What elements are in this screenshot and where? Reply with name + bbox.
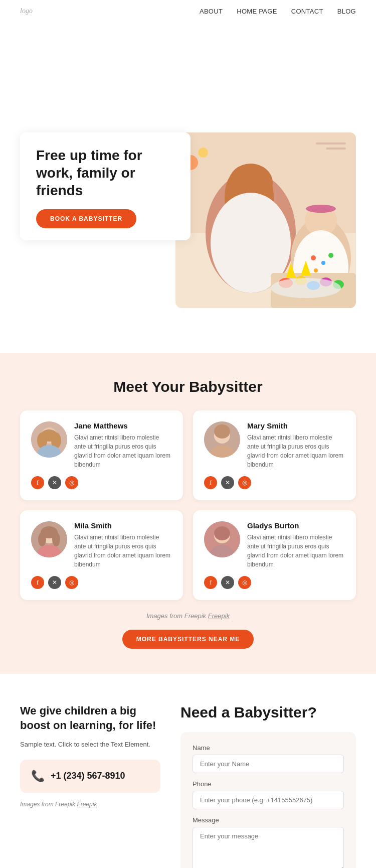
phone-input[interactable] bbox=[193, 791, 344, 809]
babysitter-card-2: Mary Smith Glavi amet ritnisl libero mol… bbox=[193, 410, 356, 500]
contact-section: We give children a big boost on learning… bbox=[0, 674, 376, 868]
phone-card: 📞 +1 (234) 567-8910 bbox=[20, 760, 160, 793]
card-top-2: Mary Smith Glavi amet ritnisl libero mol… bbox=[204, 421, 345, 469]
svg-rect-6 bbox=[326, 148, 346, 150]
babysitter-desc-3: Glavi amet ritnisl libero molestie ante … bbox=[74, 533, 172, 569]
babysitter-name-2: Mary Smith bbox=[247, 421, 345, 430]
babysitter-card-4: Gladys Burton Glavi amet ritnisl libero … bbox=[193, 510, 356, 600]
nav-blog[interactable]: BLOG bbox=[337, 8, 356, 15]
social-icons-1: f ✕ ◎ bbox=[31, 476, 172, 489]
navigation: logo ABOUT HOME PAGE CONTACT BLOG bbox=[0, 0, 376, 22]
nav-homepage[interactable]: HOME PAGE bbox=[237, 8, 277, 15]
babysitter-card-1: Jane Matthews Glavi amet ritnisl libero … bbox=[20, 410, 183, 500]
freepik-link-meet[interactable]: Freepik bbox=[208, 612, 230, 620]
phone-label: Phone bbox=[193, 780, 344, 788]
card-top-3: Mila Smith Glavi amet ritnisl libero mol… bbox=[31, 521, 172, 569]
contact-form-card: Name Phone Message REQUEST FOR CALL bbox=[180, 732, 356, 868]
twitter-icon-1[interactable]: ✕ bbox=[48, 476, 61, 489]
facebook-icon-4[interactable]: f bbox=[204, 576, 217, 589]
form-group-message: Message bbox=[193, 816, 344, 868]
nav-links: ABOUT HOME PAGE CONTACT BLOG bbox=[200, 8, 356, 15]
svg-point-19 bbox=[328, 253, 333, 258]
card-info-1: Jane Matthews Glavi amet ritnisl libero … bbox=[74, 421, 172, 469]
social-icons-4: f ✕ ◎ bbox=[204, 576, 345, 589]
babysitter-name-4: Gladys Burton bbox=[247, 521, 345, 530]
phone-icon: 📞 bbox=[31, 770, 45, 783]
babysitter-name-1: Jane Matthews bbox=[74, 421, 172, 430]
freepik-link-contact[interactable]: Freepik bbox=[77, 801, 97, 808]
contact-left-text: Sample text. Click to select the Text El… bbox=[20, 740, 160, 750]
svg-rect-5 bbox=[316, 142, 346, 144]
babysitters-grid: Jane Matthews Glavi amet ritnisl libero … bbox=[20, 410, 356, 600]
facebook-icon-2[interactable]: f bbox=[204, 476, 217, 489]
instagram-icon-2[interactable]: ◎ bbox=[238, 476, 251, 489]
svg-point-29 bbox=[271, 278, 341, 298]
svg-point-18 bbox=[321, 261, 325, 265]
name-input[interactable] bbox=[193, 755, 344, 773]
logo: logo bbox=[20, 7, 33, 15]
phone-number: +1 (234) 567-8910 bbox=[51, 771, 125, 781]
nav-contact[interactable]: CONTACT bbox=[291, 8, 323, 15]
avatar-2 bbox=[204, 421, 240, 458]
card-top-4: Gladys Burton Glavi amet ritnisl libero … bbox=[204, 521, 345, 569]
contact-left-title: We give children a big boost on learning… bbox=[20, 704, 160, 733]
freepik-note-meet: Images from Freepik Freepik bbox=[20, 612, 356, 620]
contact-freepik-note: Images from Freepik Freepik bbox=[20, 801, 160, 808]
name-label: Name bbox=[193, 744, 344, 752]
card-info-3: Mila Smith Glavi amet ritnisl libero mol… bbox=[74, 521, 172, 569]
form-group-phone: Phone bbox=[193, 780, 344, 809]
twitter-icon-4[interactable]: ✕ bbox=[221, 576, 234, 589]
instagram-icon-4[interactable]: ◎ bbox=[238, 576, 251, 589]
facebook-icon-3[interactable]: f bbox=[31, 576, 44, 589]
more-babysitters-button[interactable]: MORE BABYSITTERS NEAR ME bbox=[122, 630, 254, 649]
svg-point-15 bbox=[306, 205, 336, 213]
svg-point-17 bbox=[311, 255, 316, 260]
instagram-icon-1[interactable]: ◎ bbox=[65, 476, 78, 489]
hero-title: Free up time for work, family or friends bbox=[36, 147, 174, 199]
twitter-icon-2[interactable]: ✕ bbox=[221, 476, 234, 489]
nav-about[interactable]: ABOUT bbox=[200, 8, 223, 15]
babysitter-desc-1: Glavi amet ritnisl libero molestie ante … bbox=[74, 433, 172, 469]
svg-point-20 bbox=[314, 268, 318, 272]
social-icons-2: f ✕ ◎ bbox=[204, 476, 345, 489]
facebook-icon-1[interactable]: f bbox=[31, 476, 44, 489]
card-info-2: Mary Smith Glavi amet ritnisl libero mol… bbox=[247, 421, 345, 469]
contact-right-title: Need a Babysitter? bbox=[180, 704, 356, 721]
contact-left: We give children a big boost on learning… bbox=[20, 704, 160, 868]
book-babysitter-button[interactable]: BOOK A BABYSITTER bbox=[36, 209, 136, 228]
avatar-4 bbox=[204, 521, 240, 557]
babysitter-name-3: Mila Smith bbox=[74, 521, 172, 530]
twitter-icon-3[interactable]: ✕ bbox=[48, 576, 61, 589]
babysitter-desc-2: Glavi amet ritnisl libero molestie ante … bbox=[247, 433, 345, 469]
svg-point-3 bbox=[198, 148, 208, 158]
babysitter-card-3: Mila Smith Glavi amet ritnisl libero mol… bbox=[20, 510, 183, 600]
card-top-1: Jane Matthews Glavi amet ritnisl libero … bbox=[31, 421, 172, 469]
card-info-4: Gladys Burton Glavi amet ritnisl libero … bbox=[247, 521, 345, 569]
svg-point-44 bbox=[52, 532, 60, 546]
meet-section: Meet Your Babysitter Jane Matthews bbox=[0, 353, 376, 674]
svg-point-43 bbox=[38, 532, 46, 546]
hero-text-card: Free up time for work, family or friends… bbox=[20, 132, 191, 240]
babysitter-desc-4: Glavi amet ritnisl libero molestie ante … bbox=[247, 533, 345, 569]
message-label: Message bbox=[193, 816, 344, 824]
avatar-1 bbox=[31, 421, 67, 458]
svg-point-38 bbox=[214, 424, 230, 439]
form-group-name: Name bbox=[193, 744, 344, 773]
message-input[interactable] bbox=[193, 827, 344, 868]
contact-right: Need a Babysitter? Name Phone Message RE… bbox=[180, 704, 356, 868]
hero-image bbox=[175, 132, 356, 308]
hero-section: Free up time for work, family or friends… bbox=[0, 132, 376, 353]
social-icons-3: f ✕ ◎ bbox=[31, 576, 172, 589]
svg-point-48 bbox=[214, 526, 230, 540]
avatar-3 bbox=[31, 521, 67, 557]
meet-title: Meet Your Babysitter bbox=[20, 378, 356, 395]
instagram-icon-3[interactable]: ◎ bbox=[65, 576, 78, 589]
